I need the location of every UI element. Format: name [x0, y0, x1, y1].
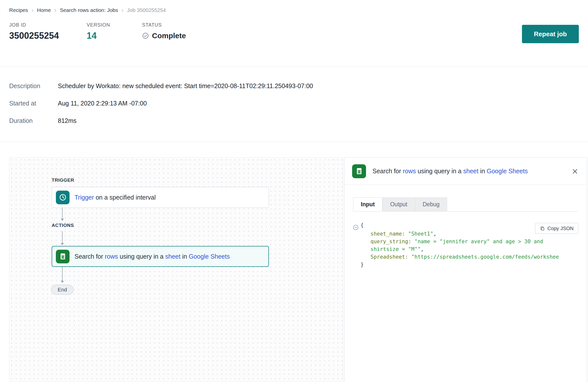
- text-segment: Search for: [74, 253, 105, 260]
- action-step[interactable]: Search for rows using query in a sheet i…: [52, 246, 269, 267]
- text-segment: Search for: [372, 168, 403, 174]
- breadcrumb-item[interactable]: Home: [37, 7, 51, 13]
- inline-link[interactable]: Google Sheets: [189, 253, 230, 260]
- repeat-job-button[interactable]: Repeat job: [522, 25, 579, 43]
- tab-output[interactable]: Output: [382, 197, 415, 211]
- code-token: ,: [433, 231, 437, 237]
- job-details-section: DescriptionScheduler by Workato: new sch…: [0, 67, 588, 125]
- detail-row: Started atAug 11, 2020 2:29:13 AM -07:00: [9, 99, 579, 108]
- connector-arrow: [62, 267, 63, 281]
- tab-debug[interactable]: Debug: [415, 197, 447, 211]
- code-token: "Sheet1": [408, 231, 433, 237]
- detail-label: Started at: [9, 99, 58, 108]
- flow-section: TRIGGER 1 Trigger on a specified interva…: [0, 157, 588, 382]
- panel-tabs: InputOutputDebug: [353, 197, 578, 211]
- trigger-step[interactable]: Trigger on a specified interval: [52, 187, 269, 208]
- details-divider: [0, 142, 588, 142]
- clock-icon: [56, 191, 70, 204]
- status-text: Complete: [152, 31, 186, 41]
- inline-link[interactable]: sheet: [463, 168, 478, 174]
- code-line: Spreadsheet: "https://spreadsheets.googl…: [353, 253, 578, 261]
- detail-value: Aug 11, 2020 2:29:13 AM -07:00: [58, 99, 147, 108]
- code-token: [405, 231, 408, 237]
- inline-link[interactable]: rows: [105, 253, 118, 260]
- detail-value: Scheduler by Workato: new scheduled even…: [58, 81, 313, 91]
- copy-json-button[interactable]: Copy JSON: [535, 223, 578, 234]
- code-token: }: [361, 262, 364, 268]
- code-token: ,: [421, 246, 424, 252]
- chevron-right-icon: ›: [32, 7, 34, 13]
- text-segment: on a specified interval: [94, 194, 156, 201]
- inline-link[interactable]: Google Sheets: [487, 168, 528, 174]
- job-id-label: JOB ID: [9, 22, 87, 28]
- text-segment: in: [478, 168, 487, 174]
- tab-input[interactable]: Input: [353, 197, 382, 211]
- actions-section-label: ACTIONS: [52, 223, 74, 228]
- google-sheets-icon: [56, 250, 70, 263]
- text-segment: using query in a: [416, 168, 463, 174]
- job-header: JOB ID 3500255254 VERSION 14 STATUS Comp…: [0, 13, 588, 43]
- detail-label: Description: [9, 81, 58, 91]
- text-segment: in: [181, 253, 189, 260]
- version-value: 14: [87, 30, 142, 41]
- step-details-panel: Search for rows using query in a sheet i…: [344, 157, 587, 382]
- job-id-block: JOB ID 3500255254: [9, 22, 87, 41]
- job-id-value: 3500255254: [9, 30, 87, 41]
- detail-value: 812ms: [58, 116, 76, 125]
- code-token: "https://spreadsheets.google.com/feeds/w…: [411, 254, 559, 260]
- code-token: {: [361, 222, 364, 228]
- breadcrumb-item[interactable]: Recipes: [9, 7, 28, 13]
- code-token: Spreadsheet:: [370, 254, 408, 260]
- code-token: [411, 239, 414, 244]
- check-circle-icon: [142, 32, 149, 39]
- action-step-text: Search for rows using query in a sheet i…: [74, 253, 230, 260]
- inline-link[interactable]: Trigger: [74, 194, 94, 201]
- code-token: query_string:: [370, 239, 411, 244]
- input-json-area: Copy JSON {sheet_name: "Sheet1",query_st…: [345, 211, 587, 382]
- close-icon[interactable]: ×: [571, 166, 579, 176]
- detail-row: Duration812ms: [9, 116, 579, 125]
- detail-row: DescriptionScheduler by Workato: new sch…: [9, 81, 579, 91]
- code-token: "name = "jennifer avery" and age > 30 an…: [414, 239, 543, 244]
- status-label: STATUS: [142, 22, 186, 28]
- code-token: sheet_name:: [370, 231, 405, 237]
- job-details-page: Recipes›Home›Search rows action: Jobs›Jo…: [0, 0, 588, 382]
- breadcrumb-item[interactable]: Search rows action: Jobs: [60, 7, 118, 13]
- chevron-right-icon: ›: [54, 7, 56, 13]
- status-value: Complete: [142, 31, 186, 41]
- text-segment: using query in a: [118, 253, 165, 260]
- status-block: STATUS Complete: [142, 22, 186, 41]
- copy-icon: [540, 226, 545, 231]
- breadcrumb: Recipes›Home›Search rows action: Jobs›Jo…: [0, 0, 588, 13]
- end-marker: End: [51, 285, 74, 295]
- code-line: query_string: "name = "jennifer avery" a…: [353, 238, 578, 245]
- connector-arrow: [62, 231, 63, 243]
- code-line: shirtsize = "M"",: [353, 245, 578, 253]
- version-block: VERSION 14: [87, 22, 142, 41]
- version-label: VERSION: [87, 22, 142, 28]
- trigger-section-label: TRIGGER: [52, 177, 74, 183]
- trigger-step-text: Trigger on a specified interval: [74, 194, 156, 201]
- chevron-right-icon: ›: [122, 7, 124, 13]
- google-sheets-icon: [352, 164, 366, 178]
- collapse-icon[interactable]: [353, 225, 358, 230]
- detail-label: Duration: [9, 116, 58, 125]
- inline-link[interactable]: rows: [403, 168, 416, 174]
- recipe-canvas: TRIGGER 1 Trigger on a specified interva…: [9, 157, 343, 382]
- connector-arrow: [62, 208, 63, 219]
- copy-json-label: Copy JSON: [547, 226, 574, 231]
- inline-link[interactable]: sheet: [165, 253, 180, 260]
- code-token: [408, 254, 411, 260]
- breadcrumb-item: Job 3500255254: [127, 7, 166, 13]
- code-line: }: [353, 261, 578, 269]
- panel-title: Search for rows using query in a sheet i…: [372, 168, 528, 175]
- panel-header: Search for rows using query in a sheet i…: [345, 158, 587, 185]
- code-token: shirtsize = "M"": [370, 246, 421, 252]
